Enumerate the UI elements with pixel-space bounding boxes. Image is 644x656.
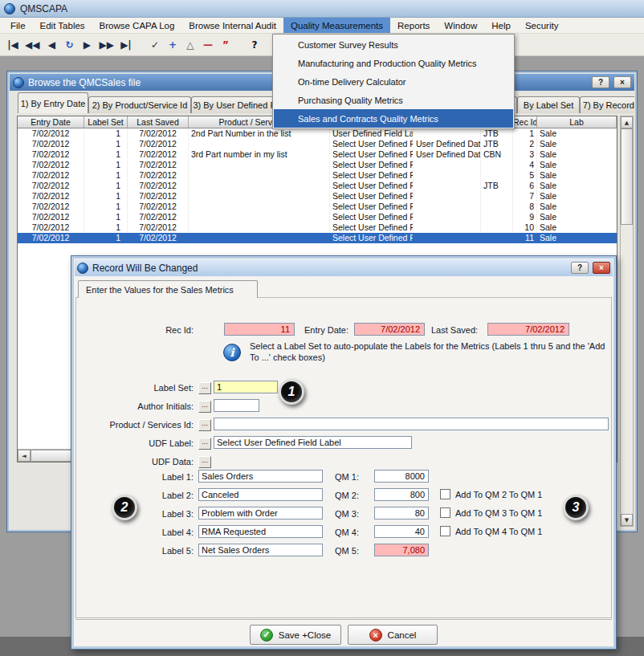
product-services-field[interactable] [214,418,609,430]
cell-udf-label: Select User Defined Field Label [330,160,414,170]
scroll-down-icon[interactable]: ▼ [621,514,633,526]
browse-window-title: Browse the QMCSales file [28,77,141,88]
cell-rec-id: 5 [513,170,537,181]
change-triangle-icon[interactable]: △ [182,36,198,54]
label-field[interactable]: Problem with Order [198,507,323,520]
qm-field[interactable]: 8000 [374,470,429,483]
cell-rec-id: 1 [513,128,537,139]
label-field[interactable]: Net Sales Orders [198,544,323,556]
label-field[interactable]: RMA Requested [198,525,323,538]
product-services-lookup-button[interactable]: ... [198,419,211,431]
save-close-button[interactable]: ✓ Save +Close [250,625,341,645]
rec-id-field[interactable]: 11 [224,323,295,336]
column-header[interactable]: Last Saved [128,116,189,128]
dialog-tab[interactable]: Enter the Values for the Sales Metrics [78,280,258,298]
menu-item[interactable]: Browse Internal Audit [181,18,283,33]
add-to-checkbox[interactable] [440,507,450,518]
app-title: QMSCAPA [20,3,67,14]
column-header[interactable]: Lab [537,116,617,128]
menu-dropdown-item[interactable]: Customer Survey Results [274,35,513,54]
help-question-icon[interactable]: ? [247,36,263,54]
select-check-icon[interactable]: ✓ [147,36,163,54]
nav-previous-icon[interactable]: ◀ [43,36,59,54]
browse-tab[interactable]: By Label Set [517,96,580,113]
qm-field[interactable]: 800 [374,488,429,501]
vscroll-thumb[interactable] [621,128,633,225]
entry-date-field[interactable]: 7/02/2012 [354,323,425,336]
menu-item[interactable]: Reports [390,18,437,33]
cell-entry-date: 7/02/2012 [18,149,84,160]
nav-last-icon[interactable]: ▶| [118,36,134,54]
column-header[interactable]: Entry Date [18,116,84,128]
table-row[interactable]: 7/02/2012 1 7/02/2012 Select User Define… [18,191,617,202]
table-row[interactable]: 7/02/2012 1 7/02/2012 Select User Define… [18,160,617,170]
browse-close-button[interactable]: × [613,76,631,88]
menu-dropdown-item[interactable]: Manufacturing and Production Quality Met… [274,54,513,72]
browse-tab[interactable]: 1) By Entry Date [18,92,88,113]
menu-item[interactable]: File [3,18,33,33]
browse-help-button[interactable]: ? [592,76,609,88]
nav-page-forward-icon[interactable]: ▶▶ [96,36,116,54]
add-to-checkbox[interactable] [440,489,450,499]
label-field[interactable]: Canceled [198,488,323,501]
last-saved-field[interactable]: 7/02/2012 [487,323,569,336]
table-row[interactable]: 7/02/2012 1 7/02/2012 Select User Define… [18,139,617,149]
menu-item[interactable]: Quality Measurements [283,18,390,33]
menu-item[interactable]: Help [484,18,518,33]
table-row[interactable]: 7/02/2012 1 7/02/2012 Select User Define… [18,181,617,191]
nav-next-icon[interactable]: ▶ [79,36,95,54]
info-text: Select a Label Set to auto-populate the … [250,340,611,363]
column-header[interactable]: Rec Id [513,116,537,128]
menu-item[interactable]: Security [518,18,566,33]
udf-label-field[interactable]: Select User Defined Field Label [214,436,412,449]
column-header[interactable]: Label Set [84,116,128,128]
delete-minus-icon[interactable]: — [200,36,216,54]
author-initials-field[interactable] [214,399,259,412]
cell-last-saved: 7/02/2012 [128,233,189,243]
add-to-checkbox[interactable] [440,526,450,536]
dialog-help-button[interactable]: ? [571,262,589,274]
menu-dropdown-item[interactable]: Purchasing Quality Metrics [274,91,513,109]
scroll-left-icon[interactable]: ◄ [18,450,31,462]
browse-tab[interactable]: 3) By User Defined Fi [191,96,279,113]
dialog-titlebar[interactable]: Record Will Be Changed ? × [75,259,613,276]
window-vscrollbar[interactable]: ▲ ▼ [620,116,634,527]
cell-udf-label: Select User Defined Field Label [330,202,414,212]
browse-tab[interactable]: 2) By Product/Service Id [88,96,191,113]
udf-label-lookup-button[interactable]: ... [198,438,211,450]
udf-data-label: UDF Data: [120,457,194,467]
menu-item[interactable]: Window [437,18,484,33]
qm-field[interactable]: 7,080 [374,544,429,556]
table-row[interactable]: 7/02/2012 1 7/02/2012 3rd Part number in… [18,149,617,160]
browse-tab[interactable]: 7) By Record Id [580,96,634,113]
label-set-field[interactable]: 1 [214,381,278,393]
label-field[interactable]: Sales Orders [198,470,323,483]
nav-page-back-icon[interactable]: ◀◀ [22,36,42,54]
menu-dropdown-item[interactable]: Sales and Contracts Quality Metrics [274,109,513,128]
nav-first-icon[interactable]: |◀ [5,36,21,54]
insert-plus-icon[interactable]: + [165,36,181,54]
menu-dropdown-item[interactable]: On-time Delivery Calculator [274,72,513,91]
scroll-up-icon[interactable]: ▲ [621,116,633,128]
table-row[interactable]: 7/02/2012 1 7/02/2012 Select User Define… [18,170,617,181]
menu-item[interactable]: Edit Tables [33,18,92,33]
quote-icon[interactable]: ” [218,36,234,54]
table-row[interactable]: 7/02/2012 1 7/02/2012 Select User Define… [18,202,617,212]
cancel-button[interactable]: × Cancel [348,625,438,645]
vscroll-track[interactable] [621,225,633,514]
table-row[interactable]: 7/02/2012 1 7/02/2012 Select User Define… [18,222,617,233]
author-initials-lookup-button[interactable]: ... [198,401,211,413]
table-row[interactable]: 7/02/2012 1 7/02/2012 2nd Part Number in… [18,128,617,139]
cell-last-saved: 7/02/2012 [128,170,189,181]
menu-item[interactable]: Browse CAPA Log [92,18,182,33]
cell-last-saved: 7/02/2012 [128,160,189,170]
dialog-close-button[interactable]: × [593,262,610,274]
qm-field[interactable]: 40 [374,525,429,538]
qm-field[interactable]: 80 [374,507,429,520]
add-to-checkbox-label: Add To QM 3 To QM 1 [455,508,542,518]
label-set-lookup-button[interactable]: ... [198,382,211,394]
udf-data-lookup-button[interactable]: ... [198,456,211,468]
table-row[interactable]: 7/02/2012 1 7/02/2012 Select User Define… [18,233,617,243]
table-row[interactable]: 7/02/2012 1 7/02/2012 Select User Define… [18,212,617,222]
refresh-icon[interactable]: ↻ [61,36,77,54]
